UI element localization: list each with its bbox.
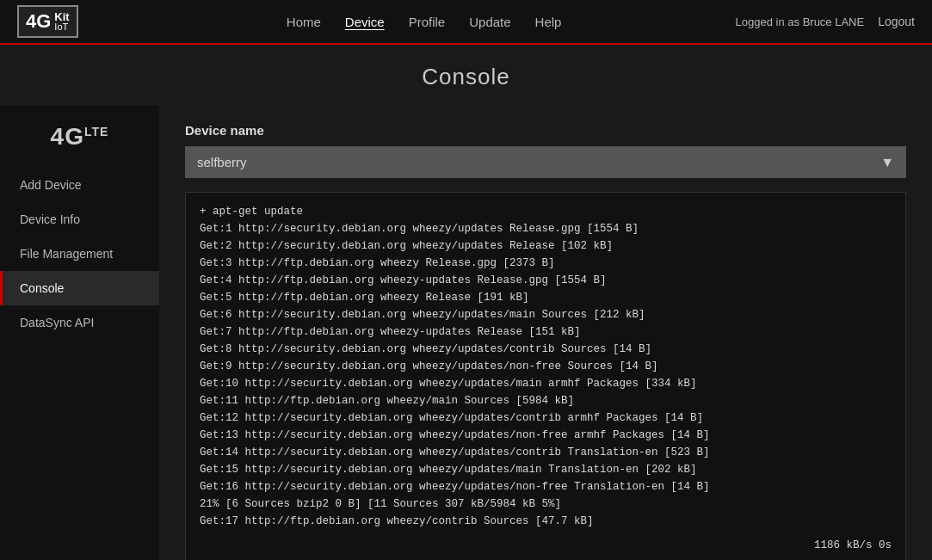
logo-iot-text: IoT [54, 22, 69, 32]
content-area: Device name selfberry ▼ + apt-get update… [159, 106, 932, 560]
console-line: Get:17 http://ftp.debian.org wheezy/cont… [200, 513, 892, 530]
logo-kit-area: Kit IoT [54, 11, 69, 32]
console-line: Get:4 http://ftp.debian.org wheezy-updat… [200, 272, 892, 289]
logo-box: 4G Kit IoT [17, 5, 78, 38]
top-nav: 4G Kit IoT Home Device Profile Update He… [0, 0, 932, 45]
logo-4g-text: 4G [26, 10, 51, 33]
console-line: Get:13 http://security.debian.org wheezy… [200, 427, 892, 444]
logout-button[interactable]: Logout [878, 15, 915, 28]
console-line: Get:10 http://security.debian.org wheezy… [200, 375, 892, 392]
device-select-wrapper: selfberry ▼ [185, 146, 906, 178]
console-line: + apt-get update [200, 203, 892, 220]
sidebar-logo: 4GLTE [0, 114, 159, 168]
console-line: Get:12 http://security.debian.org wheezy… [200, 409, 892, 427]
page-title: Console [0, 64, 932, 90]
console-line: Get:6 http://security.debian.org wheezy/… [200, 306, 892, 323]
sidebar-logo-sup: LTE [84, 125, 108, 138]
nav-right: Logged in as Bruce LANE Logout [736, 15, 915, 28]
sidebar: 4GLTE Add Device Device Info File Manage… [0, 106, 159, 560]
console-line: Get:16 http://security.debian.org wheezy… [200, 478, 892, 495]
console-line: Get:3 http://ftp.debian.org wheezy Relea… [200, 255, 892, 272]
main-layout: 4GLTE Add Device Device Info File Manage… [0, 106, 932, 560]
sidebar-item-datasync-api[interactable]: DataSync API [0, 305, 159, 340]
nav-profile[interactable]: Profile [409, 15, 446, 29]
logo-area: 4G Kit IoT [17, 5, 78, 38]
nav-links: Home Device Profile Update Help [113, 15, 736, 29]
console-line: Get:2 http://security.debian.org wheezy/… [200, 237, 892, 255]
console-line: Get:5 http://ftp.debian.org wheezy Relea… [200, 289, 892, 306]
sidebar-item-add-device[interactable]: Add Device [0, 168, 159, 202]
nav-device[interactable]: Device [345, 15, 385, 29]
console-line: Get:9 http://security.debian.org wheezy/… [200, 358, 892, 375]
console-line: Get:11 http://ftp.debian.org wheezy/main… [200, 392, 892, 409]
device-name-label: Device name [185, 123, 906, 138]
nav-update[interactable]: Update [469, 15, 510, 29]
console-line: 21% [6 Sources bzip2 0 B] [11 Sources 30… [200, 495, 892, 513]
sidebar-item-console[interactable]: Console [0, 271, 159, 305]
sidebar-item-device-info[interactable]: Device Info [0, 202, 159, 237]
sidebar-item-file-management[interactable]: File Management [0, 237, 159, 271]
console-line: Get:14 http://security.debian.org wheezy… [200, 444, 892, 461]
console-line: Get:1 http://security.debian.org wheezy/… [200, 220, 892, 237]
console-output: + apt-get updateGet:1 http://security.de… [185, 192, 906, 560]
console-line: Get:7 http://ftp.debian.org wheezy-updat… [200, 323, 892, 341]
nav-home[interactable]: Home [287, 15, 321, 29]
logged-in-label: Logged in as Bruce LANE [736, 15, 865, 28]
console-line: Get:8 http://security.debian.org wheezy/… [200, 341, 892, 358]
console-speed: 1186 kB/s 0s [200, 537, 892, 554]
console-line: Get:15 http://security.debian.org wheezy… [200, 461, 892, 478]
device-select[interactable]: selfberry [185, 146, 906, 178]
page-title-bar: Console [0, 45, 932, 106]
nav-help[interactable]: Help [535, 15, 562, 29]
